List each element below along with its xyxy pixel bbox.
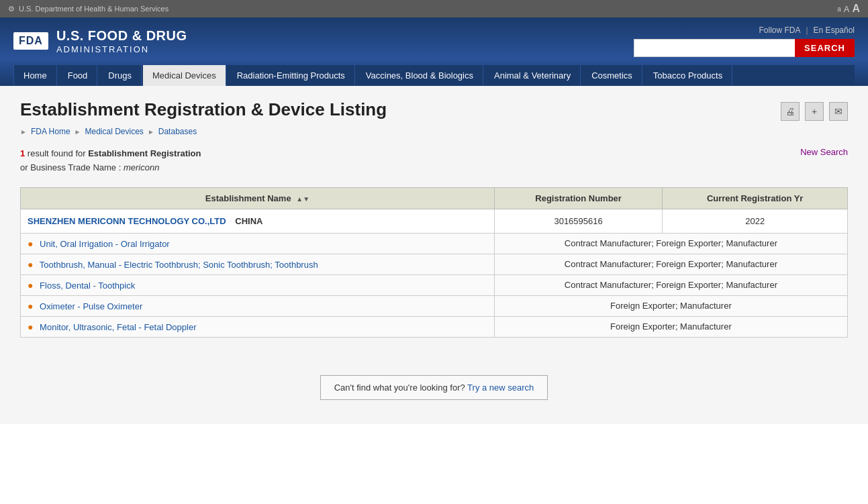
nav-food[interactable]: Food <box>58 65 98 86</box>
try-new-search-link[interactable]: Try a new search <box>467 383 534 393</box>
device-cell-3: ● Floss, Dental - Toothpick <box>21 274 495 295</box>
font-size-controls: a A A <box>837 3 860 15</box>
manufacturer-cell-3: Contract Manufacturer; Foreign Exporter;… <box>494 274 847 295</box>
cant-find-text: Can't find what you're looking for? <box>334 383 465 393</box>
search-button[interactable]: SEARCH <box>795 39 855 57</box>
device-link-2[interactable]: Toothbrush, Manual - Electric Toothbrush… <box>40 260 318 270</box>
bullet-icon-1: ● <box>28 238 33 249</box>
col-establishment-name: Establishment Name ▲▼ <box>21 187 495 209</box>
breadcrumb-arrow: ► <box>20 128 27 136</box>
breadcrumb: ► FDA Home ► Medical Devices ► Databases <box>20 127 848 136</box>
or-text: or Business Trade Name : <box>20 162 121 172</box>
agency-line2: ADMINISTRATION <box>56 44 187 56</box>
company-link[interactable]: SHENZHEN MERICONN TECHNOLOGY CO.,LTD <box>28 216 226 226</box>
plus-icon[interactable]: + <box>805 102 824 121</box>
device-link-4[interactable]: Oximeter - Pulse Oximeter <box>40 301 142 311</box>
bullet-icon-5: ● <box>28 321 33 332</box>
content-area: 🖨 + ✉ Establishment Registration & Devic… <box>0 86 868 424</box>
company-cell: SHENZHEN MERICONN TECHNOLOGY CO.,LTD CHI… <box>21 209 495 233</box>
font-large[interactable]: A <box>852 3 860 15</box>
search-input[interactable] <box>634 39 795 57</box>
result-count: 1 <box>20 148 25 158</box>
table-row: ● Unit, Oral Irrigation - Oral Irrigator… <box>21 233 848 254</box>
search-term: mericonn <box>124 162 159 172</box>
hhs-label: U.S. Department of Health & Human Servic… <box>19 5 168 13</box>
device-link-3[interactable]: Floss, Dental - Toothpick <box>40 281 135 291</box>
header: FDA U.S. FOOD & DRUG ADMINISTRATION Foll… <box>0 17 868 86</box>
nav-animal[interactable]: Animal & Veterinary <box>485 65 581 86</box>
result-row: New Search 1 result found for Establishm… <box>20 147 848 182</box>
email-icon[interactable]: ✉ <box>829 102 848 121</box>
breadcrumb-medical-devices[interactable]: Medical Devices <box>85 127 144 136</box>
registration-year-cell: 2022 <box>663 209 848 233</box>
bullet-icon-2: ● <box>28 259 33 270</box>
breadcrumb-fda-home[interactable]: FDA Home <box>31 127 70 136</box>
header-links: Follow FDA | En Español <box>759 26 855 35</box>
print-icon[interactable]: 🖨 <box>781 102 800 121</box>
table-row-company: SHENZHEN MERICONN TECHNOLOGY CO.,LTD CHI… <box>21 209 848 233</box>
device-link-5[interactable]: Monitor, Ultrasonic, Fetal - Fetal Doppl… <box>40 322 196 332</box>
device-link-1[interactable]: Unit, Oral Irrigation - Oral Irrigator <box>40 239 170 249</box>
result-text: result found for <box>28 148 88 158</box>
header-divider: | <box>806 26 808 35</box>
registration-number-cell: 3016595616 <box>494 209 663 233</box>
table-header-row: Establishment Name ▲▼ Registration Numbe… <box>21 187 848 209</box>
new-search-link[interactable]: New Search <box>800 147 848 157</box>
search-bar: SEARCH <box>634 39 855 57</box>
device-cell-4: ● Oximeter - Pulse Oximeter <box>21 295 495 316</box>
nav-cosmetics[interactable]: Cosmetics <box>582 65 642 86</box>
top-bar: ⚙ U.S. Department of Health & Human Serv… <box>0 0 868 17</box>
bullet-icon-4: ● <box>28 301 33 311</box>
header-right: Follow FDA | En Español SEARCH <box>634 26 855 57</box>
nav-drugs[interactable]: Drugs <box>99 65 142 86</box>
nav-radiation[interactable]: Radiation-Emitting Products <box>228 65 355 86</box>
title-row: 🖨 + ✉ Establishment Registration & Devic… <box>20 99 848 127</box>
breadcrumb-sep2: ► <box>148 128 154 136</box>
search-label: Establishment Registration <box>88 148 201 158</box>
table-row: ● Floss, Dental - Toothpick Contract Man… <box>21 274 848 295</box>
col-registration-yr: Current Registration Yr <box>663 187 848 209</box>
en-espanol-link[interactable]: En Español <box>814 26 855 35</box>
fda-logo[interactable]: FDA <box>13 32 48 50</box>
footer-box: Can't find what you're looking for? Try … <box>320 375 548 400</box>
font-small[interactable]: a <box>837 5 841 13</box>
nav-vaccines[interactable]: Vaccines, Blood & Biologics <box>356 65 483 86</box>
breadcrumb-databases[interactable]: Databases <box>158 127 197 136</box>
table-row: ● Monitor, Ultrasonic, Fetal - Fetal Dop… <box>21 316 848 337</box>
manufacturer-cell-2: Contract Manufacturer; Foreign Exporter;… <box>494 254 847 274</box>
device-cell-1: ● Unit, Oral Irrigation - Oral Irrigator <box>21 233 495 254</box>
font-medium[interactable]: A <box>844 4 850 14</box>
agency-line1: U.S. FOOD & DRUG <box>56 27 187 44</box>
nav-tobacco[interactable]: Tobacco Products <box>644 65 732 86</box>
manufacturer-cell-1: Contract Manufacturer; Foreign Exporter;… <box>494 233 847 254</box>
result-info: 1 result found for Establishment Registr… <box>20 147 848 175</box>
page-title: Establishment Registration & Device List… <box>20 99 848 120</box>
col-registration-number: Registration Number <box>494 187 663 209</box>
manufacturer-cell-5: Foreign Exporter; Manufacturer <box>494 316 847 337</box>
top-bar-left: ⚙ U.S. Department of Health & Human Serv… <box>8 5 168 13</box>
nav-medical-devices[interactable]: Medical Devices <box>143 65 226 86</box>
table-row: ● Toothbrush, Manual - Electric Toothbru… <box>21 254 848 274</box>
follow-fda-link[interactable]: Follow FDA <box>759 26 800 35</box>
device-cell-2: ● Toothbrush, Manual - Electric Toothbru… <box>21 254 495 274</box>
nav-home[interactable]: Home <box>13 65 57 86</box>
footer-hint: Can't find what you're looking for? Try … <box>20 364 848 411</box>
breadcrumb-sep1: ► <box>75 128 81 136</box>
table-row: ● Oximeter - Pulse Oximeter Foreign Expo… <box>21 295 848 316</box>
device-cell-5: ● Monitor, Ultrasonic, Fetal - Fetal Dop… <box>21 316 495 337</box>
page-icons: 🖨 + ✉ <box>781 102 848 121</box>
nav-bar: Home Food Drugs Medical Devices Radiatio… <box>13 65 855 86</box>
agency-name: U.S. FOOD & DRUG ADMINISTRATION <box>56 27 187 56</box>
sort-arrows[interactable]: ▲▼ <box>296 195 309 203</box>
bullet-icon-3: ● <box>28 280 33 291</box>
logo-area: FDA U.S. FOOD & DRUG ADMINISTRATION <box>13 27 187 56</box>
hhs-shield-icon: ⚙ <box>8 5 15 13</box>
results-table: Establishment Name ▲▼ Registration Numbe… <box>20 187 848 338</box>
manufacturer-cell-4: Foreign Exporter; Manufacturer <box>494 295 847 316</box>
country-label: CHINA <box>235 216 262 226</box>
header-top: FDA U.S. FOOD & DRUG ADMINISTRATION Foll… <box>13 26 855 65</box>
